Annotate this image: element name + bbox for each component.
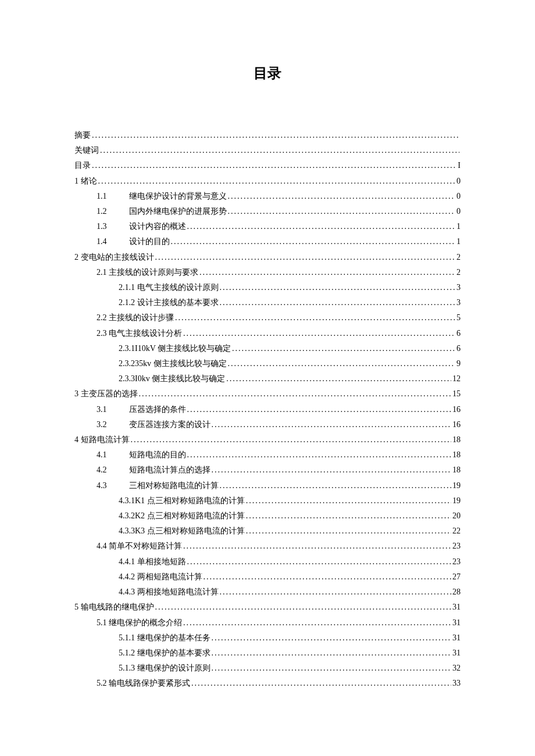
toc-entry: 4.3.3K3 点三相对称短路电流的计算22 — [74, 524, 461, 539]
toc-label: 3 主变压器的选择 — [74, 386, 138, 402]
toc-entry: 1 绪论0 — [74, 174, 461, 189]
toc-page-number: 23 — [452, 539, 461, 554]
toc-entry: 2.1 主接线的设计原则与要求2 — [74, 265, 461, 280]
toc-page-number: 0 — [456, 174, 461, 189]
toc-leader-dots — [212, 630, 452, 646]
toc-page-number: 33 — [452, 676, 461, 691]
toc-page-number: 6 — [456, 326, 461, 341]
toc-text: 压器选择的条件 — [129, 402, 186, 417]
toc-leader-dots — [228, 189, 456, 204]
toc-page-number: 16 — [452, 417, 461, 432]
toc-page-number: 0 — [456, 204, 461, 219]
toc-entry: 2.1.1 电气主接线的设计原则3 — [74, 280, 461, 295]
toc-label: 2.1 主接线的设计原则与要求 — [97, 265, 198, 280]
toc-label: 5.1.1 继电保护的基本任务 — [119, 630, 211, 646]
toc-page-number: 23 — [452, 554, 461, 569]
toc-leader-dots — [171, 234, 456, 249]
toc-page-number: 31 — [452, 600, 461, 615]
toc-leader-dots — [220, 585, 452, 600]
toc-leader-dots — [100, 143, 459, 158]
toc-leader-dots — [232, 341, 455, 356]
toc-leader-dots — [212, 463, 452, 478]
toc-leader-dots — [92, 128, 459, 143]
toc-page-number: 3 — [456, 280, 461, 295]
toc-leader-dots — [212, 646, 452, 661]
toc-label: 2.1.2 设计主接线的基本要求 — [119, 295, 219, 310]
toc-leader-dots — [187, 219, 456, 234]
toc-text: 设计内容的概述 — [129, 219, 186, 234]
toc-page-number: 9 — [456, 356, 461, 371]
toc-entry: 3 主变压器的选择15 — [74, 386, 461, 402]
toc-label: 关键词 — [74, 143, 99, 158]
toc-leader-dots — [183, 326, 455, 341]
toc-leader-dots — [212, 417, 452, 432]
toc-label: 5.2 输电线路保护要紧形式 — [97, 676, 190, 691]
toc-entry: 3.1压器选择的条件16 — [74, 402, 461, 417]
toc-entry: 2.1.2 设计主接线的基本要求3 — [74, 295, 461, 310]
toc-entry: 2.3.235kv 侧主接线比较与确定9 — [74, 356, 461, 371]
toc-label: 1.4 — [97, 234, 107, 249]
toc-entry: 5.2 输电线路保护要紧形式33 — [74, 676, 461, 691]
toc-leader-dots — [98, 174, 456, 189]
toc-label: 目录 — [74, 158, 91, 173]
toc-page-number: 2 — [456, 265, 461, 280]
toc-label: 2.3 电气主接线设计分析 — [97, 326, 182, 341]
toc-label: 5.1.2 继电保护的基本要求 — [119, 646, 211, 661]
toc-leader-dots — [226, 371, 451, 386]
toc-label: 5.1 继电保护的概念介绍 — [97, 615, 182, 630]
toc-label: 3.1 — [97, 402, 107, 417]
toc-entry: 4.3三相对称短路电流的计算19 — [74, 478, 461, 493]
toc-page-number: 16 — [452, 402, 461, 417]
toc-page-number: 6 — [456, 341, 461, 356]
toc-leader-dots — [246, 524, 451, 539]
toc-text: 变压器连接方案的设计 — [129, 417, 211, 432]
toc-label: 2 变电站的主接线设计 — [74, 250, 154, 265]
toc-text: 设计的目的 — [129, 234, 170, 249]
toc-page-number: 31 — [452, 630, 461, 646]
toc-leader-dots — [187, 402, 452, 417]
toc-leader-dots — [175, 310, 455, 325]
toc-entry: 5.1.2 继电保护的基本要求31 — [74, 646, 461, 661]
toc-leader-dots — [187, 447, 452, 463]
toc-label: 3.2 — [97, 417, 107, 432]
toc-label: 1 绪论 — [74, 174, 97, 189]
toc-label: 2.3.1I10kV 侧主接线比较与确定 — [119, 341, 231, 356]
toc-label: 4.4 简单不对称短路计算 — [97, 539, 182, 554]
toc-leader-dots — [187, 554, 452, 569]
toc-entry: 5.1.3 继电保护的设计原则32 — [74, 661, 461, 676]
toc-entry: 4.2短路电流计算点的选择18 — [74, 463, 461, 478]
toc-page-number: 27 — [452, 569, 461, 585]
toc-label: 4.3.2K2 点三相对称短路电流的计算 — [119, 508, 245, 524]
toc-leader-dots — [228, 356, 456, 371]
toc-page-number: I — [458, 158, 461, 173]
toc-label: 1.3 — [97, 219, 107, 234]
toc-label: 4.4.3 两相接地短路电流计算 — [119, 585, 219, 600]
toc-entry: 2.2 主接线的设计步骤5 — [74, 310, 461, 325]
toc-entry: 4.3.2K2 点三相对称短路电流的计算20 — [74, 508, 461, 524]
toc-page-number: 1 — [456, 219, 461, 234]
toc-entry: 5.1.1 继电保护的基本任务31 — [74, 630, 461, 646]
toc-leader-dots — [155, 250, 456, 265]
toc-leader-dots — [246, 493, 451, 508]
toc-page-number: 1 — [456, 234, 461, 249]
toc-label: 4.3 — [97, 478, 107, 493]
toc-page-number: 32 — [452, 661, 461, 676]
toc-page-number: 18 — [452, 432, 461, 447]
toc-entry: 4.4.1 单相接地短路23 — [74, 554, 461, 569]
toc-text: 三相对称短路电流的计算 — [129, 478, 219, 493]
toc-entry: 2.3 电气主接线设计分析6 — [74, 326, 461, 341]
toc-label: 摘要 — [74, 128, 91, 143]
toc-entry: 摘要 — [74, 128, 461, 143]
toc-page-number: 19 — [452, 493, 461, 508]
toc-leader-dots — [131, 432, 452, 447]
toc-page-number: 18 — [452, 447, 461, 463]
toc-text: 短路电流的目的 — [129, 447, 186, 463]
toc-label: 4.3.3K3 点三相对称短路电流的计算 — [119, 524, 245, 539]
toc-leader-dots — [228, 204, 456, 219]
toc-leader-dots — [212, 661, 452, 676]
toc-label: 2.2 主接线的设计步骤 — [97, 310, 174, 325]
toc-page-number: 19 — [452, 478, 461, 493]
toc-page-number: 12 — [452, 371, 461, 386]
toc-entry: 4.3.1K1 点三相对称短路电流的计算19 — [74, 493, 461, 508]
toc-entry: 4.1短路电流的目的18 — [74, 447, 461, 463]
